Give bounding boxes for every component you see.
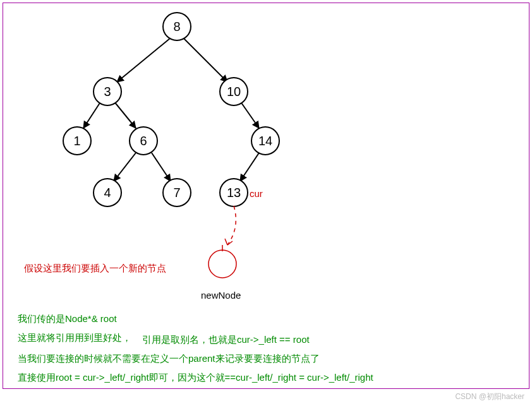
- node-value: 3: [104, 85, 111, 99]
- svg-line-7: [240, 153, 259, 181]
- explain-line-3: 当我们要连接的时候就不需要在定义一个parent来记录要要连接的节点了: [18, 352, 320, 365]
- newnode-label: newNode: [201, 289, 241, 302]
- svg-line-0: [117, 38, 171, 82]
- explain-line-1: 我们传的是Node*& root: [18, 313, 117, 325]
- explain-line-2-a: 这里就将引用用到里好处，: [18, 331, 131, 344]
- node-value: 8: [173, 20, 180, 33]
- node-value: 13: [227, 186, 241, 200]
- cur-label: cur: [250, 188, 263, 200]
- watermark: CSDN @初阳hacker: [455, 391, 524, 402]
- node-value: 10: [227, 85, 241, 99]
- svg-line-3: [114, 101, 136, 128]
- svg-line-4: [240, 101, 259, 128]
- svg-line-1: [183, 38, 227, 82]
- node-value: 6: [140, 134, 147, 148]
- explain-line-2-b: 引用是取别名，也就是cur->_left == root: [142, 333, 310, 346]
- svg-point-18: [209, 250, 236, 278]
- svg-line-6: [152, 153, 171, 181]
- insert-note: 假设这里我们要插入一个新的节点: [24, 262, 166, 275]
- node-value: 14: [258, 134, 272, 148]
- svg-line-5: [114, 153, 136, 181]
- node-value: 4: [104, 186, 111, 200]
- node-value: 1: [73, 134, 80, 148]
- svg-line-2: [83, 101, 101, 128]
- explain-line-4: 直接使用root = cur->_left/_right即可，因为这个就==cu…: [18, 371, 373, 384]
- node-value: 7: [173, 186, 180, 200]
